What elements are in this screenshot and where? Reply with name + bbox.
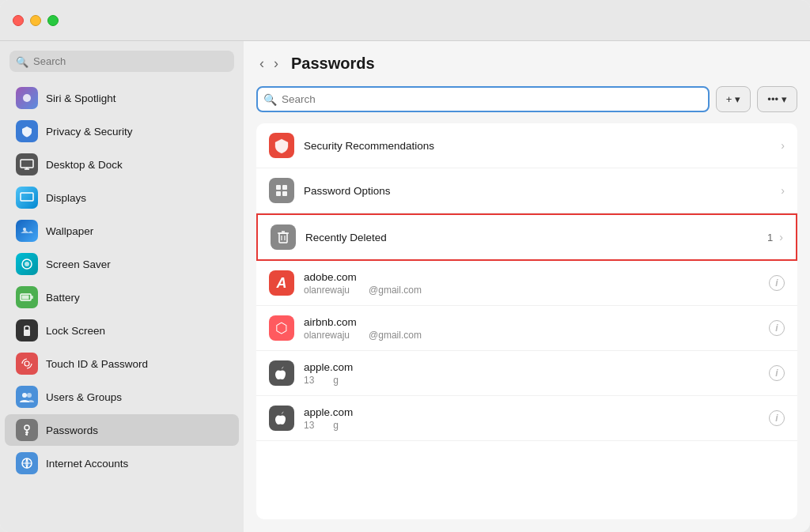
privacy-icon	[16, 120, 38, 142]
svg-point-14	[27, 393, 32, 398]
sidebar-item-label-lockscreen: Lock Screen	[46, 325, 105, 337]
sidebar-item-passwords[interactable]: Passwords	[5, 414, 239, 446]
airbnb-info: airbnb.com olanrewaju @gmail.com	[304, 316, 769, 341]
sidebar-item-lockscreen[interactable]: Lock Screen	[5, 315, 239, 346]
nav-forward-button[interactable]: ›	[271, 54, 282, 74]
airbnb-info-button[interactable]: i	[769, 320, 785, 336]
sidebar-item-label-users: Users & Groups	[46, 391, 122, 403]
traffic-lights	[13, 15, 59, 26]
list-item-security-recommendations[interactable]: Security Recommendations ›	[256, 123, 797, 168]
password-options-chevron-icon: ›	[781, 184, 785, 197]
apple1-user: g	[333, 375, 339, 386]
list-item-apple2[interactable]: apple.com 13 g i	[256, 396, 797, 441]
add-chevron-icon: ▾	[735, 93, 740, 105]
battery-icon	[16, 286, 38, 308]
apple2-icon	[269, 406, 294, 431]
security-recommendations-title: Security Recommendations	[304, 140, 781, 152]
sidebar-item-privacy[interactable]: Privacy & Security	[5, 115, 239, 147]
list-item-airbnb[interactable]: ⬡ airbnb.com olanrewaju @gmail.com i	[256, 306, 797, 351]
maximize-button[interactable]	[47, 15, 59, 26]
recently-deleted-chevron-icon: ›	[779, 231, 783, 243]
apple2-sub: 13 g	[304, 420, 769, 431]
nav-buttons: ‹ ›	[256, 54, 282, 74]
content-search-input[interactable]	[256, 86, 710, 112]
svg-point-13	[22, 393, 27, 398]
users-icon	[16, 386, 38, 408]
sidebar-item-users[interactable]: Users & Groups	[5, 381, 239, 413]
svg-point-0	[23, 94, 31, 102]
svg-rect-10	[22, 296, 29, 300]
add-button[interactable]: + ▾	[716, 86, 751, 112]
sidebar-item-label-displays: Displays	[46, 192, 86, 204]
more-dots-icon: •••	[767, 93, 778, 105]
page-title: Passwords	[291, 55, 375, 73]
close-button[interactable]	[13, 15, 24, 26]
sidebar-item-displays[interactable]: Displays	[5, 182, 239, 213]
sidebar-item-label-privacy: Privacy & Security	[46, 126, 133, 138]
sidebar-search-container: 🔍	[9, 51, 234, 72]
sidebar-item-label-internet: Internet Accounts	[46, 458, 128, 470]
internet-icon	[16, 452, 38, 474]
content-search-icon: 🔍	[263, 93, 277, 106]
airbnb-sub: olanrewaju @gmail.com	[304, 330, 769, 341]
content-header: ‹ › Passwords	[256, 54, 797, 74]
window: 🔍 Siri & Spotlight Privacy & Security	[0, 0, 810, 532]
adobe-info: adobe.com olanrewaju @gmail.com	[304, 271, 769, 296]
apple1-count: 13	[304, 375, 314, 386]
passwords-icon	[16, 419, 38, 441]
apple2-info-button[interactable]: i	[769, 410, 785, 426]
content-search-container: 🔍	[256, 86, 710, 112]
nav-back-button[interactable]: ‹	[256, 54, 267, 74]
svg-rect-24	[282, 191, 287, 196]
sidebar-item-battery[interactable]: Battery	[5, 281, 239, 313]
security-recommendations-info: Security Recommendations	[304, 140, 781, 152]
apple2-info: apple.com 13 g	[304, 406, 769, 431]
desktop-icon	[16, 153, 38, 175]
sidebar-item-touchid[interactable]: Touch ID & Password	[5, 348, 239, 379]
recently-deleted-icon	[271, 224, 296, 250]
security-recommendations-icon	[269, 133, 294, 158]
password-list: Security Recommendations ›	[256, 123, 797, 519]
sidebar-item-wallpaper[interactable]: Wallpaper	[5, 215, 239, 247]
list-item-recently-deleted[interactable]: Recently Deleted 1 ›	[256, 213, 797, 261]
adobe-sub: olanrewaju @gmail.com	[304, 285, 769, 296]
svg-rect-21	[276, 185, 281, 190]
recently-deleted-title: Recently Deleted	[305, 232, 767, 243]
password-options-title: Password Options	[304, 185, 781, 197]
password-options-info: Password Options	[304, 185, 781, 197]
more-chevron-icon: ▾	[782, 93, 787, 105]
adobe-username: olanrewaju	[304, 285, 350, 296]
apple2-title: apple.com	[304, 406, 769, 418]
airbnb-email: @gmail.com	[369, 330, 422, 341]
more-button[interactable]: ••• ▾	[757, 86, 797, 112]
minimize-button[interactable]	[30, 15, 41, 26]
apple1-info: apple.com 13 g	[304, 361, 769, 386]
list-item-apple1[interactable]: apple.com 13 g i	[256, 351, 797, 396]
apple1-info-button[interactable]: i	[769, 365, 785, 381]
list-item-password-options[interactable]: Password Options ›	[256, 168, 797, 213]
content-area: ‹ › Passwords 🔍 + ▾ ••• ▾	[244, 41, 810, 532]
sidebar-search-icon: 🔍	[16, 55, 28, 67]
apple1-title: apple.com	[304, 361, 769, 373]
sidebar: 🔍 Siri & Spotlight Privacy & Security	[0, 41, 244, 532]
sidebar-item-label-passwords: Passwords	[46, 424, 98, 436]
sidebar-item-siri[interactable]: Siri & Spotlight	[5, 82, 239, 114]
svg-rect-23	[276, 191, 281, 196]
list-item-adobe[interactable]: A adobe.com olanrewaju @gmail.com i	[256, 261, 797, 306]
airbnb-username: olanrewaju	[304, 330, 350, 341]
sidebar-item-desktop[interactable]: Desktop & Dock	[5, 149, 239, 180]
wallpaper-icon	[16, 220, 38, 242]
sidebar-item-label-battery: Battery	[46, 292, 80, 304]
svg-point-12	[25, 361, 29, 366]
main-layout: 🔍 Siri & Spotlight Privacy & Security	[0, 41, 810, 532]
airbnb-title: airbnb.com	[304, 316, 769, 328]
adobe-info-button[interactable]: i	[769, 275, 785, 291]
sidebar-item-internet[interactable]: Internet Accounts	[5, 447, 239, 479]
sidebar-item-screensaver[interactable]: Screen Saver	[5, 248, 239, 280]
svg-rect-22	[282, 185, 287, 190]
apple2-user: g	[333, 420, 339, 431]
sidebar-search-input[interactable]	[9, 51, 234, 72]
sidebar-item-label-desktop: Desktop & Dock	[46, 159, 123, 171]
sidebar-item-label-wallpaper: Wallpaper	[46, 225, 93, 237]
airbnb-icon: ⬡	[269, 315, 294, 341]
